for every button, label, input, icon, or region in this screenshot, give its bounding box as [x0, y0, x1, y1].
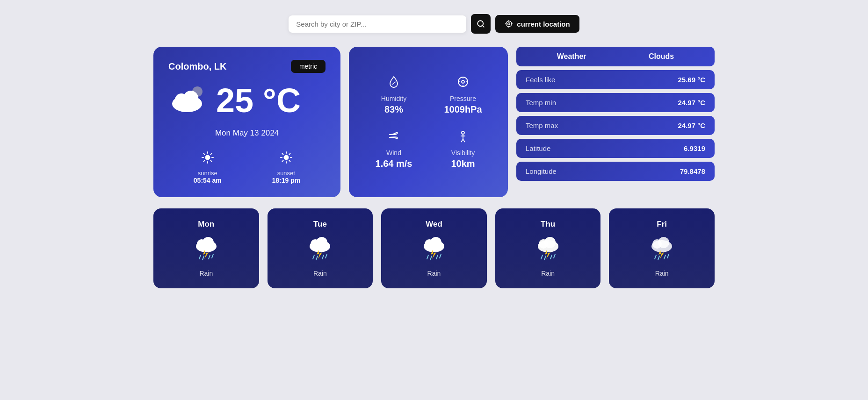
temp-min-row: Temp min 24.97 °C	[516, 93, 715, 112]
latitude-label: Latitude	[526, 144, 550, 152]
visibility-value: 10km	[433, 158, 493, 169]
search-input[interactable]	[296, 20, 459, 28]
forecast-row: Mon Rain Tue	[153, 208, 715, 288]
svg-point-56	[430, 237, 441, 248]
temp-max-row: Temp max 24.97 °C	[516, 116, 715, 135]
svg-line-72	[554, 254, 555, 258]
sun-times: sunrise 05:54 am	[168, 151, 326, 184]
visibility-item: Visibility 10km	[433, 129, 493, 169]
info-panel-header: Weather Clouds	[516, 47, 715, 66]
feels-like-value: 25.69 °C	[678, 76, 705, 84]
search-button[interactable]	[471, 14, 491, 34]
svg-line-26	[392, 82, 396, 85]
forecast-fri-desc: Rain	[655, 270, 669, 277]
forecast-mon-day: Mon	[198, 220, 214, 229]
longitude-label: Longitude	[526, 167, 557, 175]
current-weather-card: Colombo, LK metric 25 °C Mon May 13 2024	[153, 47, 340, 197]
sunset-icon	[272, 151, 300, 167]
humidity-item: Humidity 83%	[364, 75, 424, 115]
svg-line-59	[430, 256, 432, 260]
longitude-value: 79.8478	[680, 167, 705, 175]
svg-point-48	[316, 237, 327, 248]
date-display: Mon May 13 2024	[168, 129, 326, 138]
sunrise-item: sunrise 05:54 am	[194, 151, 222, 184]
svg-line-58	[427, 255, 428, 259]
svg-line-22	[282, 154, 283, 155]
tab-clouds[interactable]: Clouds	[649, 52, 674, 61]
tab-weather[interactable]: Weather	[557, 52, 586, 61]
forecast-thu-day: Thu	[541, 220, 555, 229]
svg-line-51	[316, 256, 318, 260]
svg-point-28	[462, 80, 464, 83]
cloud-icon	[168, 81, 210, 119]
svg-line-61	[440, 254, 441, 258]
forecast-wed-desc: Rain	[427, 270, 441, 277]
latitude-row: Latitude 6.9319	[516, 139, 715, 158]
wind-value: 1.64 m/s	[364, 158, 424, 169]
svg-point-40	[203, 237, 214, 248]
svg-line-36	[461, 139, 463, 142]
svg-point-3	[506, 21, 512, 27]
forecast-thu: Thu Rain	[495, 208, 601, 288]
svg-line-14	[210, 160, 211, 161]
svg-line-42	[199, 255, 201, 259]
forecast-thu-desc: Rain	[541, 270, 555, 277]
humidity-icon	[364, 75, 424, 92]
wind-item: Wind 1.64 m/s	[364, 129, 424, 169]
latitude-value: 6.9319	[684, 144, 705, 152]
sunset-label: sunset	[272, 170, 300, 177]
svg-line-15	[210, 154, 211, 155]
longitude-row: Longitude 79.8478	[516, 162, 715, 181]
svg-line-16	[203, 160, 204, 161]
forecast-tue: Tue Rain	[268, 208, 373, 288]
pressure-item: Pressure 1009hPa	[433, 75, 493, 115]
forecast-wed: Wed Rain	[381, 208, 487, 288]
metric-badge[interactable]: metric	[291, 60, 326, 73]
forecast-thu-icon	[534, 235, 562, 264]
svg-point-7	[183, 91, 198, 106]
search-bar: current location	[289, 14, 579, 34]
forecast-mon-desc: Rain	[199, 270, 213, 277]
svg-line-45	[212, 254, 213, 258]
sunrise-time: 05:54 am	[194, 177, 222, 184]
svg-point-8	[205, 155, 210, 160]
info-panel: Weather Clouds Feels like 25.69 °C Temp …	[516, 47, 715, 197]
current-location-button[interactable]: current location	[495, 15, 579, 33]
visibility-label: Visibility	[433, 149, 493, 157]
search-input-wrapper	[289, 15, 466, 33]
forecast-wed-icon	[420, 235, 448, 264]
temp-min-value: 24.97 °C	[678, 99, 705, 107]
sunset-time: 18:19 pm	[272, 177, 300, 184]
location-icon	[505, 20, 513, 28]
temp-max-label: Temp max	[526, 121, 558, 129]
pressure-icon	[433, 75, 493, 92]
pressure-label: Pressure	[433, 95, 493, 102]
forecast-mon-icon	[192, 235, 220, 264]
svg-point-75	[658, 237, 669, 248]
svg-line-24	[289, 154, 290, 155]
main-grid: Colombo, LK metric 25 °C Mon May 13 2024	[153, 47, 715, 197]
forecast-fri-day: Fri	[657, 220, 667, 229]
wind-icon	[364, 129, 424, 146]
feels-like-row: Feels like 25.69 °C	[516, 70, 715, 89]
forecast-tue-day: Tue	[313, 220, 327, 229]
svg-line-25	[282, 160, 283, 161]
svg-line-43	[203, 256, 204, 260]
wind-label: Wind	[364, 149, 424, 157]
svg-line-13	[203, 154, 204, 155]
svg-line-78	[658, 256, 659, 260]
sunset-item: sunset 18:19 pm	[272, 151, 300, 184]
svg-point-17	[284, 155, 289, 160]
svg-line-23	[289, 160, 290, 161]
forecast-fri: Fri Rain	[609, 208, 715, 288]
forecast-wed-day: Wed	[426, 220, 442, 229]
pressure-value: 1009hPa	[433, 104, 493, 115]
svg-point-67	[544, 237, 556, 248]
svg-line-60	[436, 255, 438, 259]
svg-line-44	[209, 255, 210, 259]
cloud-svg	[168, 81, 210, 114]
svg-line-52	[322, 255, 324, 259]
weather-details-card: Humidity 83% Pressure 1009hPa	[349, 47, 508, 197]
visibility-icon	[433, 129, 493, 146]
svg-line-80	[667, 254, 669, 258]
